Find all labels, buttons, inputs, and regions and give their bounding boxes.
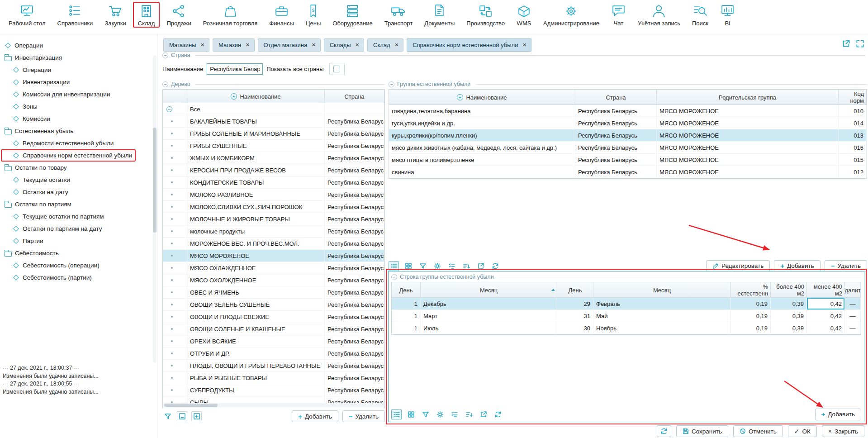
sidebar-item[interactable]: Комиссии: [0, 113, 55, 125]
ribbon-item-dokumenty[interactable]: Документы: [418, 2, 460, 28]
tree-table-row[interactable]: молочные продукты Республика Беларусь: [163, 225, 384, 238]
ribbon-item-spravochniki[interactable]: Справочники: [52, 2, 99, 28]
ribbon-item-roznichnaya-torgovlya[interactable]: Розничная торговля: [197, 2, 264, 28]
tree-table-row[interactable]: СУБПРОДУКТЫ Республика Беларусь: [163, 384, 384, 396]
tree-delete-button[interactable]: −Удалить: [342, 410, 385, 422]
ribbon-item-uchetnaya-zapis[interactable]: Учётная запись: [632, 2, 686, 28]
tree-table-row[interactable]: МОЛОКО РАЗЛИВНОЕ Республика Беларусь: [163, 189, 384, 201]
line-header-month1[interactable]: Месяц: [421, 282, 557, 298]
checklist-icon[interactable]: [449, 409, 460, 419]
line-table-row[interactable]: 1 Декабрь 29 Февраль 0,19 0,39 0,42 —: [392, 298, 861, 310]
tab-close-icon[interactable]: ×: [522, 42, 526, 48]
country-name-input[interactable]: [207, 63, 263, 75]
line-table-row[interactable]: 1 Июль 30 Ноябрь 0,19 0,39 0,42 —: [392, 322, 861, 334]
line-cell-delete-dash[interactable]: —: [845, 322, 861, 334]
group-table-row[interactable]: мясо птицы в полимер.пленке Республика Б…: [389, 154, 867, 166]
sidebar-item[interactable]: Справочник норм естественной убыли: [0, 149, 137, 162]
save-button[interactable]: Сохранить: [676, 425, 728, 437]
tab-close-icon[interactable]: ×: [312, 42, 315, 48]
collapse-all-icon[interactable]: [177, 411, 187, 421]
document-tab[interactable]: Справочник норм естественной убыли ×: [407, 38, 531, 52]
line-table-row[interactable]: 1 Март 31 Май 0,19 0,39 0,42 —: [392, 310, 861, 322]
ribbon-item-finansy[interactable]: Финансы: [263, 2, 300, 28]
tree-table-row[interactable]: ОВЕС И ЯЧМЕНЬ Республика Беларусь: [163, 286, 384, 299]
document-tab[interactable]: Склады ×: [324, 38, 364, 52]
export-icon[interactable]: [478, 409, 489, 419]
tree-table-row[interactable]: ЖМЫХ И КОМБИКОРМ Республика Беларусь: [163, 152, 384, 164]
filter-icon[interactable]: [420, 409, 431, 419]
group-table-row[interactable]: куры,кролики(кр/полим.пленки) Республика…: [389, 129, 867, 142]
ribbon-item-poisk[interactable]: Поиск: [686, 2, 714, 28]
tab-close-icon[interactable]: ×: [395, 42, 398, 48]
group-header-code[interactable]: Код норм: [839, 90, 867, 105]
tree-table-row[interactable]: МЯСО ОХЛАЖДЕННОЕ Республика Беларусь: [163, 262, 384, 274]
sidebar-item[interactable]: Остатки по партиям на дату: [0, 223, 106, 235]
tree-table-row[interactable]: ОТРУБИ И ДР. Республика Беларусь: [163, 348, 384, 360]
view-rows-icon[interactable]: [391, 409, 402, 419]
tab-close-icon[interactable]: ×: [246, 42, 249, 48]
line-header-day1[interactable]: День: [392, 282, 421, 298]
close-button[interactable]: ×Закрыть: [822, 425, 864, 437]
group-header-parent[interactable]: Родительская группа: [657, 90, 839, 105]
sidebar-scrollbar-thumb[interactable]: [153, 128, 157, 233]
sidebar-item[interactable]: Остатки на дату: [0, 186, 73, 198]
document-tab[interactable]: Отдел магазина ×: [258, 38, 321, 52]
group-table-row[interactable]: свинина Республика Беларусь МЯСО МОРОЖЕН…: [389, 166, 867, 178]
sidebar-item[interactable]: Партии: [0, 235, 48, 247]
ribbon-item-transport[interactable]: Транспорт: [379, 2, 419, 28]
ribbon-item-oborudovanie[interactable]: Оборудование: [327, 2, 378, 28]
tree-header-name[interactable]: Наименование: [187, 90, 325, 103]
collapse-group-icon[interactable]: [162, 52, 168, 58]
ribbon-item-chat[interactable]: Чат: [605, 2, 632, 28]
sidebar-item[interactable]: Ведомости естественной убыли: [0, 137, 118, 149]
line-cell-under400[interactable]: 0,42: [807, 298, 845, 310]
collapse-node-icon[interactable]: [166, 106, 172, 112]
group-header-country[interactable]: Страна: [575, 90, 657, 105]
tree-table-row[interactable]: БАКАЛЕЙНЫЕ ТОВАРЫ Республика Беларусь: [163, 115, 384, 128]
line-header-under400[interactable]: менее 400 м2: [807, 282, 845, 298]
horizontal-scrollbar-thumb[interactable]: [164, 404, 218, 407]
ok-button[interactable]: ✓ОК: [788, 425, 817, 437]
collapse-group-icon[interactable]: [389, 81, 394, 87]
ribbon-item-bi[interactable]: BI: [714, 2, 741, 28]
ribbon-item-zakupki[interactable]: Закупки: [99, 2, 132, 28]
ribbon-item-administrirovanie[interactable]: Администрирование: [537, 2, 605, 28]
line-cell-delete-dash[interactable]: —: [845, 298, 861, 310]
sidebar-item[interactable]: Инвентаризация: [0, 52, 66, 64]
ribbon-item-proizvodstvo[interactable]: Производство: [460, 2, 511, 28]
ribbon-item-sklad[interactable]: Склад: [132, 2, 161, 28]
sidebar-item[interactable]: Операции: [0, 64, 56, 76]
group-header-name[interactable]: Наименование: [389, 90, 575, 105]
show-all-countries-checkbox[interactable]: [329, 63, 345, 75]
group-table-row[interactable]: мясо диких животных (кабана, медведя, ло…: [389, 142, 867, 154]
sidebar-item[interactable]: Операции: [0, 39, 47, 52]
refresh-button[interactable]: [657, 425, 671, 437]
tree-table-row[interactable]: ОРЕХИ ВСЯКИЕ Республика Беларусь: [163, 335, 384, 348]
line-header-day2[interactable]: День: [557, 282, 593, 298]
line-cell-under400[interactable]: 0,42: [807, 310, 845, 322]
group-table-row[interactable]: гуси,утки,индейки и др. Республика Белар…: [389, 117, 867, 129]
ribbon-item-prodazhi[interactable]: Продажи: [161, 2, 197, 28]
filter-icon[interactable]: [162, 411, 173, 421]
sidebar-item[interactable]: Инвентаризации: [0, 76, 74, 88]
settings-gear-icon[interactable]: [435, 409, 445, 419]
sidebar-item[interactable]: Остатки по товару: [0, 162, 71, 174]
view-grid-icon[interactable]: [406, 409, 416, 419]
tree-table-row[interactable]: МЯСО ОХОЛЖДЕННОЕ Республика Беларусь: [163, 274, 384, 286]
tree-table-row[interactable]: ОВОЩИ СОЛЕНЫЕ И КВАШЕНЫЕ Республика Бела…: [163, 323, 384, 335]
ribbon-item-tseny[interactable]: $ Цены: [300, 2, 327, 28]
sidebar-item[interactable]: Естественная убыль: [0, 125, 78, 137]
collapse-group-icon[interactable]: [162, 81, 168, 87]
tree-table-row[interactable]: МЯСО МОРОЖЕНОЕ Республика Беларусь: [163, 250, 384, 262]
tree-table-row[interactable]: РЫБА И РЫБНЫЕ ТОВАРЫ Республика Беларусь: [163, 372, 384, 384]
tree-table-row[interactable]: КЕРОСИН ПРИ ПРОДАЖЕ ВЕСОВ Республика Бел…: [163, 164, 384, 176]
tree-table-row[interactable]: ГРИБЫ СУШЕННЫЕ Республика Беларусь: [163, 140, 384, 152]
line-header-delete[interactable]: Удалить: [845, 282, 861, 298]
expand-all-icon[interactable]: [191, 411, 202, 421]
sidebar-item[interactable]: Остатки по партиям: [0, 198, 76, 210]
tree-table-row[interactable]: МОЛОКО,СЛИВКИ СУХ.,ЯИЧ.ПОРОШОК Республик…: [163, 201, 384, 213]
sidebar-item[interactable]: Текущие остатки: [0, 174, 75, 186]
document-tab[interactable]: Магазины ×: [163, 38, 209, 52]
line-cell-under400[interactable]: 0,42: [807, 322, 845, 334]
refresh-icon[interactable]: [493, 409, 503, 419]
